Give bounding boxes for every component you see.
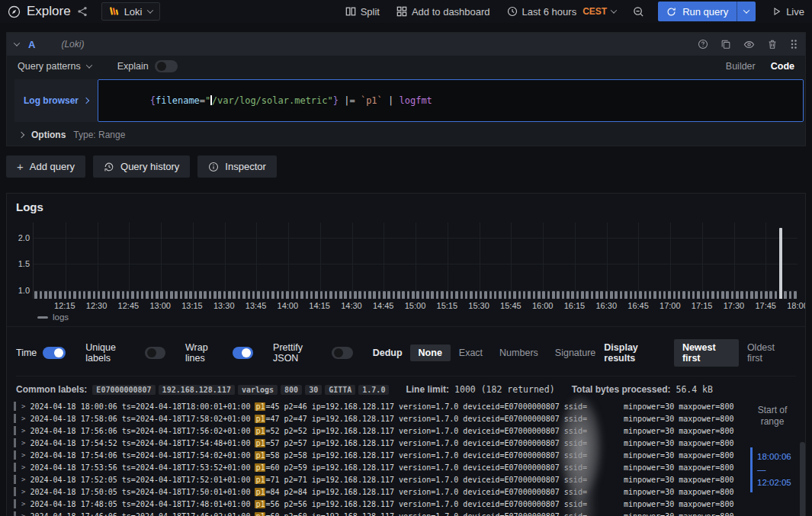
volume-bar[interactable] — [542, 291, 545, 299]
help-icon[interactable] — [698, 39, 708, 50]
volume-bar[interactable] — [451, 291, 454, 299]
query-options-row[interactable]: Options Type: Range — [7, 124, 805, 146]
run-query-dropdown[interactable] — [737, 2, 756, 21]
volume-bar[interactable] — [557, 291, 560, 299]
run-query-button[interactable]: Run query — [658, 2, 756, 21]
volume-bar[interactable] — [296, 291, 299, 299]
volume-bar[interactable] — [711, 291, 714, 299]
volume-bar[interactable] — [329, 291, 332, 299]
volume-bar[interactable] — [707, 291, 710, 299]
dedup-option-none[interactable]: None — [410, 345, 451, 361]
volume-bar[interactable] — [83, 291, 86, 299]
volume-bar[interactable] — [504, 291, 507, 299]
volume-bar[interactable] — [659, 291, 662, 299]
inspector-button[interactable]: Inspector — [197, 155, 276, 178]
volume-bar[interactable] — [649, 291, 652, 299]
volume-bar[interactable] — [789, 291, 792, 299]
volume-bar[interactable] — [170, 291, 173, 299]
volume-bar[interactable] — [682, 291, 685, 299]
volume-bar[interactable] — [538, 291, 541, 299]
expand-chevron-icon[interactable]: > — [21, 488, 25, 495]
volume-bar[interactable] — [59, 291, 62, 299]
volume-bar[interactable] — [566, 291, 570, 299]
legend-series-logs[interactable]: logs — [53, 312, 69, 322]
volume-bar[interactable] — [102, 291, 105, 299]
volume-bar[interactable] — [277, 291, 280, 299]
volume-bar[interactable] — [242, 291, 246, 299]
volume-bar[interactable] — [688, 291, 691, 299]
log-row[interactable]: >2024-04-18 17:54:06 ts=2024-04-18T17:54… — [7, 449, 805, 461]
volume-bar[interactable] — [141, 291, 144, 299]
volume-bar[interactable] — [775, 291, 778, 299]
volume-bar[interactable] — [470, 291, 473, 299]
expand-chevron-icon[interactable]: > — [21, 512, 25, 516]
expand-chevron-icon[interactable]: > — [21, 463, 25, 471]
volume-bar[interactable] — [165, 291, 168, 299]
volume-bar[interactable] — [300, 291, 303, 299]
volume-bar[interactable] — [286, 291, 289, 299]
volume-bar[interactable] — [630, 291, 633, 299]
volume-bar[interactable] — [416, 291, 419, 299]
volume-bar[interactable] — [692, 291, 695, 299]
volume-bar[interactable] — [562, 291, 565, 299]
volume-bar[interactable] — [494, 291, 497, 299]
volume-bar[interactable] — [271, 291, 274, 299]
volume-bar[interactable] — [156, 291, 159, 299]
volume-bar[interactable] — [591, 291, 594, 299]
volume-bar[interactable] — [281, 291, 284, 299]
volume-bar[interactable] — [484, 291, 487, 299]
expand-chevron-icon[interactable]: > — [21, 451, 25, 459]
volume-bar[interactable] — [344, 291, 347, 299]
expand-chevron-icon[interactable]: > — [21, 439, 25, 447]
log-page-range[interactable]: 18:00:06 — 12:02:05 — [750, 447, 794, 492]
options-label[interactable]: Options — [31, 130, 66, 140]
expand-chevron-icon[interactable]: > — [21, 476, 25, 483]
volume-bar[interactable] — [441, 291, 444, 299]
volume-bar[interactable] — [644, 291, 647, 299]
volume-bar[interactable] — [199, 291, 202, 299]
volume-bar[interactable] — [122, 291, 125, 299]
volume-bar[interactable] — [306, 291, 309, 299]
volume-bar[interactable] — [238, 291, 241, 299]
display-option-oldest-first[interactable]: Oldest first — [739, 339, 796, 367]
volume-bar[interactable] — [436, 291, 439, 299]
volume-bar[interactable] — [218, 291, 221, 299]
volume-bar[interactable] — [146, 291, 149, 299]
volume-bar[interactable] — [349, 291, 352, 299]
volume-bar[interactable] — [64, 291, 67, 299]
volume-bar[interactable] — [639, 291, 642, 299]
live-button[interactable]: Live — [772, 6, 804, 18]
volume-bar[interactable] — [49, 291, 52, 299]
volume-bar[interactable] — [339, 291, 342, 299]
prettify-json-toggle[interactable] — [332, 347, 352, 359]
volume-bar[interactable] — [364, 291, 367, 299]
volume-bar[interactable] — [678, 291, 681, 299]
volume-bar[interactable] — [455, 291, 458, 299]
volume-bar[interactable] — [79, 291, 82, 299]
datasource-picker[interactable]: Loki — [101, 2, 160, 21]
log-row[interactable]: >2024-04-18 18:00:06 ts=2024-04-18T18:00… — [7, 400, 805, 412]
volume-bar[interactable] — [44, 291, 47, 299]
volume-bar[interactable] — [726, 291, 729, 299]
volume-bar[interactable] — [794, 291, 797, 299]
volume-bar[interactable] — [248, 291, 251, 299]
volume-bar[interactable] — [368, 291, 371, 299]
volume-bar[interactable] — [595, 291, 599, 299]
volume-bar[interactable] — [552, 291, 555, 299]
volume-bar[interactable] — [426, 291, 429, 299]
volume-bar[interactable] — [262, 291, 265, 299]
volume-bar[interactable] — [610, 291, 613, 299]
volume-bar[interactable] — [402, 291, 405, 299]
volume-bar[interactable] — [581, 291, 584, 299]
dedup-option-exact[interactable]: Exact — [451, 345, 491, 361]
volume-bar[interactable] — [523, 291, 526, 299]
volume-bar[interactable] — [320, 291, 323, 299]
volume-bar[interactable] — [673, 291, 676, 299]
eye-icon[interactable] — [743, 39, 755, 50]
expand-chevron-icon[interactable]: > — [21, 402, 25, 410]
volume-bar[interactable] — [480, 291, 483, 299]
volume-bar[interactable] — [465, 291, 468, 299]
volume-bar[interactable] — [765, 291, 768, 299]
grip-icon[interactable] — [790, 39, 798, 50]
volume-bar[interactable] — [446, 291, 449, 299]
